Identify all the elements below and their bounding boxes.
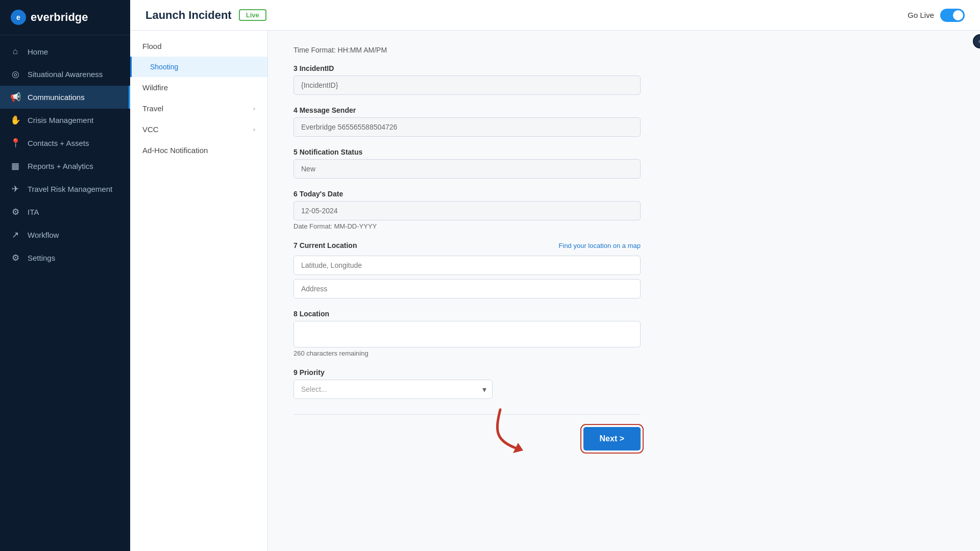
contacts-assets-icon: 📍 [10, 138, 20, 148]
sub-nav-flood-label: Flood [142, 42, 162, 51]
current-location-label: 7 Current Location [293, 241, 357, 249]
sidebar-item-communications[interactable]: 📢 Communications [0, 86, 130, 109]
todays-date-input[interactable] [293, 201, 641, 220]
sub-nav-wildfire[interactable]: Wildfire [130, 77, 267, 98]
notification-status-input[interactable] [293, 159, 641, 179]
form-footer: Next > [293, 414, 641, 450]
sidebar-item-settings[interactable]: ⚙ Settings [0, 246, 130, 269]
sub-nav-wildfire-label: Wildfire [142, 83, 168, 92]
chevron-right-icon-vcc: › [253, 126, 255, 133]
sidebar-label-home: Home [28, 47, 48, 56]
todays-date-label: 6 Today's Date [293, 190, 641, 198]
find-location-link[interactable]: Find your location on a map [559, 242, 641, 249]
sidebar-item-home[interactable]: ⌂ Home [0, 40, 130, 63]
time-format-note: Time Format: HH:MM AM/PM [293, 46, 641, 54]
sidebar-label-reports-analytics: Reports + Analytics [28, 162, 93, 170]
everbridge-logo-icon: e [10, 9, 27, 26]
chevron-right-icon: › [253, 105, 255, 112]
sidebar-item-crisis-management[interactable]: ✋ Crisis Management [0, 109, 130, 132]
chars-remaining: 260 characters remaining [293, 349, 641, 357]
sidebar-item-reports-analytics[interactable]: ▦ Reports + Analytics [0, 155, 130, 178]
sidebar-label-crisis-management: Crisis Management [28, 116, 93, 124]
app-name: everbridge [31, 11, 88, 24]
sub-nav-travel-label: Travel [142, 104, 163, 113]
sidebar-label-travel-risk: Travel Risk Management [28, 185, 112, 193]
form-panel: Time Format: HH:MM AM/PM 3 IncidentID 4 … [268, 31, 980, 551]
message-sender-field: 4 Message Sender [293, 106, 641, 137]
home-icon: ⌂ [10, 46, 20, 57]
svg-marker-2 [513, 443, 523, 453]
message-sender-label: 4 Message Sender [293, 106, 641, 114]
incident-id-input[interactable] [293, 76, 641, 95]
sub-nav-vcc-label: VCC [142, 125, 159, 134]
main-area: « Launch Incident Live Go Live Flood Sho… [130, 0, 980, 551]
location-field: 8 Location 260 characters remaining [293, 310, 641, 357]
sub-nav-travel[interactable]: Travel › [130, 98, 267, 119]
travel-risk-icon: ✈ [10, 184, 20, 194]
current-location-field: 7 Current Location Find your location on… [293, 241, 641, 298]
crisis-management-icon: ✋ [10, 115, 20, 126]
sub-nav-vcc[interactable]: VCC › [130, 119, 267, 140]
sub-nav-shooting-label: Shooting [150, 63, 178, 71]
workflow-icon: ↗ [10, 230, 20, 240]
form-section: Time Format: HH:MM AM/PM 3 IncidentID 4 … [293, 46, 641, 450]
page-title: Launch Incident [145, 9, 232, 22]
incident-id-label: 3 IncidentID [293, 64, 641, 72]
ita-icon: ⚙ [10, 207, 20, 217]
sidebar-label-contacts-assets: Contacts + Assets [28, 139, 89, 147]
sidebar-label-situational-awareness: Situational Awareness [28, 70, 103, 79]
header-right: Go Live [908, 9, 965, 22]
sub-nav-adhoc[interactable]: Ad-Hoc Notification [130, 140, 267, 161]
priority-label: 9 Priority [293, 368, 641, 377]
sub-nav-adhoc-label: Ad-Hoc Notification [142, 146, 208, 155]
top-header: « Launch Incident Live Go Live [130, 0, 980, 31]
lat-lon-input[interactable] [293, 256, 641, 275]
svg-text:e: e [16, 13, 20, 21]
location-input[interactable] [293, 321, 641, 347]
sub-nav-shooting[interactable]: Shooting [130, 57, 267, 77]
sidebar: e everbridge ⌂ Home ◎ Situational Awaren… [0, 0, 130, 551]
sub-nav: Flood Shooting Wildfire Travel › VCC › A… [130, 31, 268, 551]
sidebar-item-contacts-assets[interactable]: 📍 Contacts + Assets [0, 132, 130, 155]
message-sender-input[interactable] [293, 117, 641, 137]
sub-nav-flood[interactable]: Flood [130, 36, 267, 57]
notification-status-field: 5 Notification Status [293, 148, 641, 179]
sidebar-label-settings: Settings [28, 254, 55, 262]
sidebar-label-communications: Communications [28, 93, 85, 102]
go-live-toggle[interactable] [940, 9, 965, 22]
location-header: 7 Current Location Find your location on… [293, 241, 641, 249]
priority-wrapper: Select... Low Medium High Critical [293, 380, 493, 399]
address-input[interactable] [293, 279, 641, 298]
live-badge: Live [239, 9, 266, 21]
location-label: 8 Location [293, 310, 641, 318]
header-left: « Launch Incident Live [145, 9, 266, 22]
priority-select[interactable]: Select... Low Medium High Critical [293, 380, 493, 399]
settings-icon: ⚙ [10, 253, 20, 263]
sidebar-label-workflow: Workflow [28, 231, 59, 239]
go-live-label: Go Live [908, 11, 934, 19]
sidebar-label-ita: ITA [28, 208, 39, 216]
reports-icon: ▦ [10, 161, 20, 171]
date-format-note: Date Format: MM-DD-YYYY [293, 222, 641, 230]
content-body: Flood Shooting Wildfire Travel › VCC › A… [130, 31, 980, 551]
sidebar-logo: e everbridge [0, 0, 130, 35]
sidebar-nav: ⌂ Home ◎ Situational Awareness 📢 Communi… [0, 35, 130, 551]
arrow-annotation [485, 405, 567, 456]
priority-field: 9 Priority Select... Low Medium High Cri… [293, 368, 641, 399]
incident-id-field: 3 IncidentID [293, 64, 641, 95]
sidebar-item-travel-risk[interactable]: ✈ Travel Risk Management [0, 178, 130, 201]
situational-awareness-icon: ◎ [10, 69, 20, 80]
sidebar-item-ita[interactable]: ⚙ ITA [0, 201, 130, 223]
sidebar-item-workflow[interactable]: ↗ Workflow [0, 223, 130, 246]
notification-status-label: 5 Notification Status [293, 148, 641, 156]
todays-date-field: 6 Today's Date Date Format: MM-DD-YYYY [293, 190, 641, 230]
communications-icon: 📢 [10, 92, 20, 103]
next-button[interactable]: Next > [583, 427, 641, 450]
sidebar-item-situational-awareness[interactable]: ◎ Situational Awareness [0, 63, 130, 86]
